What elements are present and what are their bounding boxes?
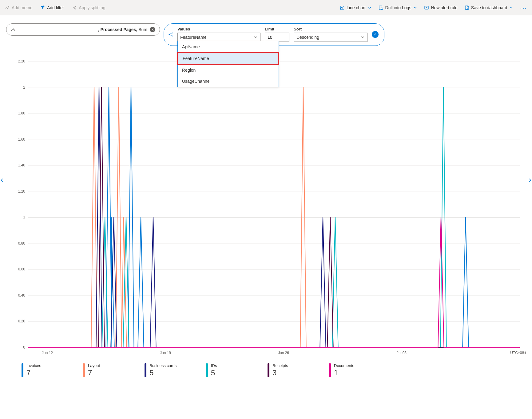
filter-icon xyxy=(40,5,45,10)
values-selected: FeatureName xyxy=(180,35,207,40)
svg-text:1.40: 1.40 xyxy=(18,163,26,167)
legend-series-name: Invoices xyxy=(26,363,41,368)
svg-text:UTC+08:00: UTC+08:00 xyxy=(510,351,526,355)
svg-text:0.40: 0.40 xyxy=(18,293,26,297)
add-metric-label: Add metric xyxy=(12,5,32,10)
sort-select[interactable]: Descending xyxy=(294,33,367,42)
svg-text:0.60: 0.60 xyxy=(18,267,26,271)
apply-splitting-button[interactable]: Apply splitting xyxy=(71,4,106,11)
remove-metric-button[interactable]: ✕ xyxy=(150,27,155,32)
legend-item[interactable]: Business cards5 xyxy=(145,363,188,377)
legend-series-value: 3 xyxy=(272,369,288,377)
confirm-split-button[interactable]: ✓ xyxy=(372,31,379,38)
legend-color-bar xyxy=(206,363,208,377)
svg-text:2.20: 2.20 xyxy=(18,59,26,63)
legend-series-value: 5 xyxy=(211,369,217,377)
logs-icon xyxy=(379,5,383,10)
svg-text:0.80: 0.80 xyxy=(18,241,26,245)
new-alert-button[interactable]: New alert rule xyxy=(423,4,459,11)
limit-label: Limit xyxy=(265,27,289,31)
save-dashboard-button[interactable]: Save to dashboard xyxy=(463,4,515,11)
values-field: Values FeatureName ApiNameFeatureNameReg… xyxy=(177,27,260,42)
svg-text:Jun 19: Jun 19 xyxy=(160,351,171,355)
svg-point-0 xyxy=(75,6,76,7)
config-row: , Processed Pages, Sum ✕ Values FeatureN… xyxy=(0,15,532,46)
svg-text:Jun 12: Jun 12 xyxy=(42,351,53,355)
svg-text:Jun 26: Jun 26 xyxy=(278,351,289,355)
values-dropdown: ApiNameFeatureNameRegionUsageChannel xyxy=(177,41,279,87)
save-dashboard-label: Save to dashboard xyxy=(471,5,507,10)
legend-item[interactable]: Layout7 xyxy=(83,363,126,377)
alert-icon xyxy=(424,5,429,10)
sort-field: Sort Descending xyxy=(294,27,367,42)
line-chart-icon xyxy=(340,5,345,10)
chart-type-label: Line chart xyxy=(347,5,365,10)
add-metric-button[interactable]: Add metric xyxy=(4,4,34,11)
legend-series-value: 5 xyxy=(149,369,177,377)
split-config-icon xyxy=(168,32,173,37)
metric-pill[interactable]: , Processed Pages, Sum ✕ xyxy=(6,23,160,36)
svg-rect-6 xyxy=(466,6,467,7)
legend-item[interactable]: Receipts3 xyxy=(268,363,311,377)
limit-input[interactable] xyxy=(265,33,289,42)
legend-series-name: IDs xyxy=(211,363,217,368)
legend-color-bar xyxy=(268,363,269,377)
save-icon xyxy=(464,5,469,10)
legend-series-value: 7 xyxy=(26,369,41,377)
chevron-down-icon xyxy=(367,6,372,10)
add-filter-label: Add filter xyxy=(47,5,64,10)
legend-series-name: Receipts xyxy=(272,363,288,368)
legend-series-name: Business cards xyxy=(149,363,177,368)
values-select[interactable]: FeatureName xyxy=(177,33,260,42)
legend-color-bar xyxy=(83,363,85,377)
apply-splitting-label: Apply splitting xyxy=(79,5,105,10)
limit-field: Limit xyxy=(265,27,289,42)
add-metric-icon xyxy=(5,5,10,10)
svg-rect-5 xyxy=(466,8,468,10)
legend-color-bar xyxy=(22,363,23,377)
legend-color-bar xyxy=(329,363,331,377)
svg-text:1.60: 1.60 xyxy=(18,137,26,142)
svg-text:1: 1 xyxy=(23,215,25,219)
chart-type-button[interactable]: Line chart xyxy=(339,4,373,11)
drill-logs-button[interactable]: Drill into Logs xyxy=(377,4,419,11)
more-button[interactable]: ··· xyxy=(519,5,528,11)
sort-label: Sort xyxy=(294,27,367,31)
line-chart: 00.200.400.600.8011.201.401.601.8022.20J… xyxy=(6,58,526,360)
legend: Invoices7Layout7Business cards5IDs5Recei… xyxy=(0,360,532,383)
values-option[interactable]: FeatureName xyxy=(178,53,278,64)
drill-logs-label: Drill into Logs xyxy=(385,5,411,10)
values-option[interactable]: Region xyxy=(178,65,279,76)
new-alert-label: New alert rule xyxy=(431,5,457,10)
legend-item[interactable]: Invoices7 xyxy=(22,363,65,377)
values-option[interactable]: UsageChannel xyxy=(178,76,279,87)
chart-area: ‹ › 00.200.400.600.8011.201.401.601.8022… xyxy=(6,58,526,360)
values-option[interactable]: ApiName xyxy=(178,41,279,52)
toolbar: Add metric Add filter Apply splitting Li… xyxy=(0,0,532,15)
legend-series-value: 1 xyxy=(334,369,354,377)
values-label: Values xyxy=(177,27,260,31)
legend-series-name: Documents xyxy=(334,363,354,368)
svg-text:0: 0 xyxy=(23,345,25,349)
metric-icon xyxy=(11,27,16,32)
split-icon xyxy=(72,5,77,10)
toolbar-left: Add metric Add filter Apply splitting xyxy=(4,4,107,11)
add-filter-button[interactable]: Add filter xyxy=(39,4,65,11)
chevron-down-icon xyxy=(413,6,417,10)
toolbar-right: Line chart Drill into Logs New alert rul… xyxy=(339,4,528,11)
split-pill: Values FeatureName ApiNameFeatureNameReg… xyxy=(164,23,384,46)
chart-next-button[interactable]: › xyxy=(529,175,531,185)
svg-text:1.20: 1.20 xyxy=(18,189,26,194)
svg-point-1 xyxy=(75,9,76,10)
svg-text:1.80: 1.80 xyxy=(18,111,26,115)
svg-text:Jul 03: Jul 03 xyxy=(397,351,407,355)
legend-item[interactable]: IDs5 xyxy=(206,363,249,377)
chevron-down-icon xyxy=(253,35,258,39)
chevron-down-icon xyxy=(509,6,513,10)
svg-text:0.20: 0.20 xyxy=(18,319,26,323)
chevron-down-icon xyxy=(360,35,365,39)
metric-text: , Processed Pages, Sum xyxy=(18,27,147,32)
chart-prev-button[interactable]: ‹ xyxy=(1,175,3,185)
sort-selected: Descending xyxy=(296,35,319,40)
legend-item[interactable]: Documents1 xyxy=(329,363,372,377)
